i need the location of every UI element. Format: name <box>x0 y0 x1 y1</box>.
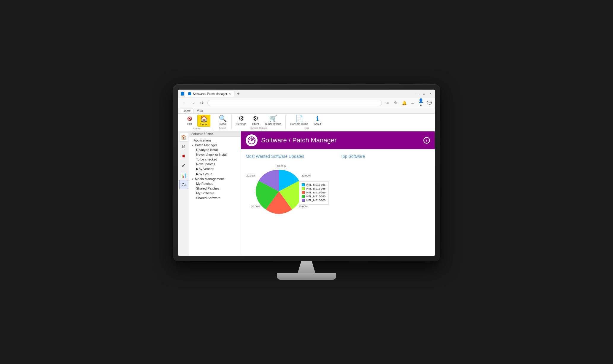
about-icon: ℹ <box>316 115 319 122</box>
about-btn[interactable]: ℹ About <box>311 115 324 126</box>
legend-color-1 <box>302 187 305 190</box>
ribbon-group-actions: ⊗ Exit 🏠 Home Actions <box>181 115 213 130</box>
by-group-arrow: ▶ <box>196 172 198 176</box>
tree-by-vendor[interactable]: ▶By Vendor <box>189 166 241 171</box>
console-guide-icon: 📄 <box>295 115 303 122</box>
console-guide-btn[interactable]: 📄 Console Guide <box>289 115 310 126</box>
sidebar-home-btn[interactable]: 🏠 <box>179 133 188 142</box>
legend-color-3 <box>302 195 305 198</box>
info-btn[interactable]: i <box>423 137 430 144</box>
icon-sidebar: 🏠 🖥 ✖ ✔ 📊 🗂 <box>178 131 189 256</box>
browser-titlebar: Software / Patch Manager × + — □ × <box>178 90 435 98</box>
ribbon-group-help: 📄 Console Guide ℹ About Help <box>286 115 327 129</box>
browser-action-buttons: ≡ ✎ 🔔 ··· 👤▾ 💬 <box>384 100 432 106</box>
system-buttons: ⚙ Settings ⚙ Client 🛒 Subscriptions <box>235 115 283 126</box>
by-vendor-arrow: ▶ <box>196 167 198 171</box>
exit-btn[interactable]: ⊗ Exit <box>183 115 196 127</box>
client-label: Client <box>252 123 259 125</box>
global-search-btn[interactable]: 🔍 Global <box>216 115 229 126</box>
tab-close-btn[interactable]: × <box>229 92 231 96</box>
legend-label-0: INTL_MS15-085 <box>306 183 325 186</box>
ribbon-group-search: 🔍 Global Search <box>214 115 232 129</box>
breadcrumb: Software / Patch <box>189 131 241 137</box>
ribbon-tab-home[interactable]: Home <box>180 109 193 113</box>
legend-label-4: INTL_MS15-060 <box>306 199 325 202</box>
client-btn[interactable]: ⚙ Client <box>249 115 262 126</box>
legend-label-3: INTL_MS15-090 <box>306 195 325 198</box>
media-mgmt-arrow: ▼ <box>191 178 194 181</box>
dashboard-sections: Most Wanted Software Updates 20.00% 20.0… <box>246 154 430 217</box>
edit-btn[interactable]: ✎ <box>393 100 399 106</box>
address-input[interactable] <box>207 100 382 106</box>
bell-btn[interactable]: 🔔 <box>401 100 407 106</box>
pie-label-0: 20.00% <box>277 165 286 168</box>
tab-favicon <box>181 92 184 96</box>
tree-shared-software[interactable]: Shared Software <box>189 195 241 200</box>
most-wanted-section: Most Wanted Software Updates 20.00% 20.0… <box>246 154 329 217</box>
settings-btn[interactable]: ⚙ Settings <box>235 115 248 126</box>
help-buttons: 📄 Console Guide ℹ About <box>289 115 324 126</box>
window-close-btn[interactable]: × <box>429 92 432 96</box>
ribbon-content: ⊗ Exit 🏠 Home Actions <box>178 113 435 131</box>
legend-item-1: INTL_MS15-088 <box>302 187 326 190</box>
top-software-title: Top Software <box>341 154 430 159</box>
search-group-label: Search <box>219 127 226 129</box>
maximize-btn[interactable]: □ <box>422 92 426 96</box>
actions-group-label: Actions <box>193 127 201 130</box>
about-label: About <box>314 123 321 125</box>
home-btn[interactable]: 🏠 Home <box>197 115 210 127</box>
legend-item-2: INTL_MS15-089 <box>302 191 326 194</box>
search-buttons: 🔍 Global <box>216 115 229 126</box>
subscriptions-icon: 🛒 <box>269 115 277 122</box>
new-tab-btn[interactable]: + <box>237 91 239 96</box>
forward-btn[interactable]: → <box>190 100 196 106</box>
tree-ready-to-install[interactable]: Ready to install <box>189 147 241 152</box>
back-btn[interactable]: ← <box>181 100 187 106</box>
global-search-icon: 🔍 <box>219 115 227 122</box>
chat-btn[interactable]: 💬 <box>426 100 432 106</box>
refresh-btn[interactable]: ↺ <box>198 100 205 106</box>
content-header-icon <box>246 134 258 146</box>
legend-color-4 <box>302 199 305 202</box>
pie-label-4: 20.00% <box>246 174 255 177</box>
sidebar-monitor-btn[interactable]: 🖥 <box>179 142 188 151</box>
tree-to-be-checked[interactable]: To be checked <box>189 157 241 162</box>
minimize-btn[interactable]: — <box>416 92 419 96</box>
tab-label: Software / Patch Manager <box>193 92 227 96</box>
tree-my-patches[interactable]: My Patches <box>189 181 241 186</box>
ribbon-group-system-options: ⚙ Settings ⚙ Client 🛒 Subscriptions <box>232 115 286 129</box>
tree-never-check[interactable]: Never check or install <box>189 152 241 157</box>
tree-my-software[interactable]: My Software <box>189 191 241 195</box>
actions-buttons: ⊗ Exit 🏠 Home <box>183 115 210 127</box>
tree-media-management[interactable]: ▼Media Management <box>189 177 241 181</box>
exit-icon: ⊗ <box>187 115 192 122</box>
global-label: Global <box>219 123 226 125</box>
home-ribbon-icon: 🏠 <box>200 116 208 122</box>
more-btn[interactable]: ··· <box>409 100 416 106</box>
legend-label-1: INTL_MS15-088 <box>306 187 325 190</box>
main-app-area: 🏠 🖥 ✖ ✔ 📊 🗂 Software / Patch Application… <box>178 131 435 256</box>
sidebar-tasks-btn[interactable]: ✔ <box>179 161 188 170</box>
tree-by-group[interactable]: ▶By Group <box>189 171 241 177</box>
home-label: Home <box>200 123 207 126</box>
tree-shared-patches[interactable]: Shared Patches <box>189 186 241 191</box>
tree-applications[interactable]: Applications <box>189 138 241 143</box>
most-wanted-title: Most Wanted Software Updates <box>246 154 329 159</box>
nav-panel: Software / Patch Applications ▼Patch Man… <box>189 131 241 256</box>
ribbon: Home View ⊗ Exit 🏠 Home <box>178 108 435 131</box>
user-btn[interactable]: 👤▾ <box>417 100 424 106</box>
subscriptions-btn[interactable]: 🛒 Subscriptions <box>263 115 283 126</box>
subscriptions-label: Subscriptions <box>265 123 281 125</box>
ribbon-tab-view[interactable]: View <box>195 109 206 113</box>
sidebar-chart-btn[interactable]: 📊 <box>179 171 188 179</box>
legend-item-0: INTL_MS15-085 <box>302 183 326 186</box>
patch-manager-arrow: ▼ <box>191 144 194 147</box>
tree-patch-manager[interactable]: ▼Patch Manager <box>189 143 241 147</box>
sidebar-tools-btn[interactable]: ✖ <box>179 152 188 160</box>
browser-tab[interactable]: Software / Patch Manager × <box>184 91 234 97</box>
menu-btn[interactable]: ≡ <box>384 100 391 106</box>
sidebar-software-btn[interactable]: 🗂 <box>179 180 188 189</box>
legend-item-4: INTL_MS15-060 <box>302 199 326 202</box>
tree-new-updates[interactable]: New updates <box>189 162 241 166</box>
window-controls: — □ × <box>416 92 432 96</box>
